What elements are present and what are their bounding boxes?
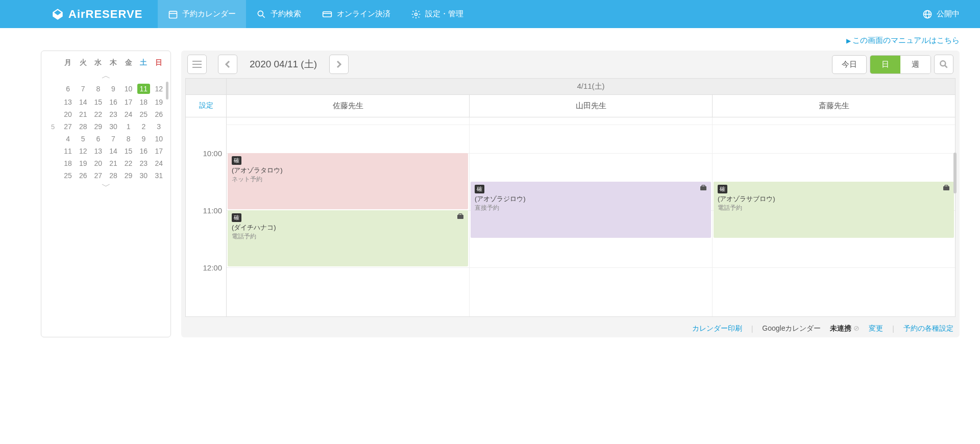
globe-icon: [922, 9, 933, 19]
mini-cal-day[interactable]: 29: [121, 169, 136, 182]
nav-settings[interactable]: 設定・管理: [401, 0, 474, 28]
mini-cal-day[interactable]: 10: [121, 82, 136, 96]
view-day-button[interactable]: 日: [870, 56, 900, 73]
search-button[interactable]: [934, 55, 953, 74]
gcal-unlinked: 未連携: [830, 324, 851, 332]
mini-cal-day[interactable]: 4: [60, 133, 76, 145]
mini-cal-day[interactable]: 24: [121, 108, 136, 120]
today-button[interactable]: 今日: [832, 55, 867, 74]
mini-calendar: 月 火 水 木 金 土 日 ︿ 678910111213141516171819…: [41, 51, 171, 337]
mini-cal-day[interactable]: 15: [121, 145, 136, 157]
grid-col[interactable]: 確(アオゾラジロウ)直接予約: [470, 117, 713, 316]
mini-cal-day[interactable]: 11: [60, 145, 76, 157]
mini-cal-scrollbar[interactable]: [166, 82, 168, 100]
mini-cal-day[interactable]: 31: [151, 169, 166, 182]
appointment[interactable]: 確(アオゾラジロウ)直接予約: [471, 182, 711, 238]
mini-cal-day[interactable]: 19: [76, 157, 91, 169]
mini-cal-day[interactable]: 27: [60, 120, 76, 133]
mini-cal-day[interactable]: 3: [151, 120, 166, 133]
grid-col[interactable]: 確(アオゾラタロウ)ネット予約確(ダイチハナコ)電話予約: [227, 117, 470, 316]
mini-cal-day[interactable]: 14: [106, 145, 121, 157]
chevron-right-icon: [336, 60, 342, 68]
mini-cal-day[interactable]: 25: [136, 108, 151, 120]
mini-cal-day[interactable]: 8: [121, 133, 136, 145]
mini-cal-day[interactable]: 5: [76, 133, 91, 145]
mini-cal-day[interactable]: 26: [151, 108, 166, 120]
mini-cal-day[interactable]: 16: [136, 145, 151, 157]
logo[interactable]: AirRESERVE: [0, 8, 158, 21]
mini-cal-day[interactable]: 25: [60, 169, 76, 182]
mini-cal-day[interactable]: 17: [121, 96, 136, 108]
mini-cal-day[interactable]: 23: [136, 157, 151, 169]
nav-search[interactable]: 予約検索: [246, 0, 311, 28]
mini-cal-day[interactable]: 9: [136, 133, 151, 145]
view-week-button[interactable]: 週: [900, 56, 930, 73]
mini-cal-day[interactable]: 8: [91, 82, 106, 96]
mini-cal-day[interactable]: 22: [91, 108, 106, 120]
mini-cal-day[interactable]: 28: [76, 120, 91, 133]
mini-cal-day[interactable]: 20: [60, 108, 76, 120]
mini-cal-day[interactable]: 24: [151, 157, 166, 169]
mini-cal-day[interactable]: 23: [106, 108, 121, 120]
mini-cal-day[interactable]: 28: [106, 169, 121, 182]
print-link[interactable]: カレンダー印刷: [692, 324, 742, 333]
mini-cal-day[interactable]: 13: [91, 145, 106, 157]
resource-col-0: 佐藤先生: [227, 95, 470, 117]
mini-cal-day[interactable]: 18: [60, 157, 76, 169]
mini-cal-day[interactable]: 7: [106, 133, 121, 145]
mini-cal-day[interactable]: 11: [136, 82, 151, 96]
nav-calendar[interactable]: 予約カレンダー: [158, 0, 246, 28]
mini-cal-day[interactable]: 30: [106, 120, 121, 133]
mini-cal-day[interactable]: 22: [121, 157, 136, 169]
mini-cal-day[interactable]: 14: [76, 96, 91, 108]
mini-cal-prev[interactable]: ︿: [102, 70, 111, 81]
appointment[interactable]: 確(アオゾラサブロウ)電話予約: [714, 182, 954, 238]
mini-cal-day[interactable]: 9: [106, 82, 121, 96]
panel-scrollbar[interactable]: [953, 153, 957, 193]
mini-cal-day[interactable]: 12: [151, 82, 166, 96]
mini-cal-day[interactable]: 2: [136, 120, 151, 133]
mini-cal-day[interactable]: 6: [60, 82, 76, 96]
mini-cal-day[interactable]: 21: [106, 157, 121, 169]
mini-cal-next[interactable]: ﹀: [102, 181, 111, 191]
appointment-name: (アオゾラサブロウ): [718, 194, 950, 204]
mini-cal-day[interactable]: 21: [76, 108, 91, 120]
mini-cal-day[interactable]: 7: [76, 82, 91, 96]
mini-cal-day[interactable]: 13: [60, 96, 76, 108]
publish-status[interactable]: 公開中: [922, 9, 980, 19]
appointment[interactable]: 確(アオゾラタロウ)ネット予約: [228, 153, 468, 209]
time-label-12: 12:00: [203, 263, 222, 272]
manual-link[interactable]: この画面のマニュアルはこちら: [846, 36, 960, 44]
publish-status-label: 公開中: [937, 9, 960, 19]
menu-button[interactable]: [187, 55, 207, 74]
gcal-change-link[interactable]: 変更: [869, 324, 883, 333]
mini-cal-day[interactable]: 18: [136, 96, 151, 108]
content: 月 火 水 木 金 土 日 ︿ 678910111213141516171819…: [0, 51, 980, 337]
status-badge: 確: [232, 156, 241, 165]
mini-cal-day[interactable]: 10: [151, 133, 166, 145]
mini-cal-day[interactable]: 20: [91, 157, 106, 169]
mini-cal-day[interactable]: 15: [91, 96, 106, 108]
mini-cal-day[interactable]: 6: [91, 133, 106, 145]
grid-col[interactable]: 確(アオゾラサブロウ)電話予約: [713, 117, 955, 316]
mini-cal-day[interactable]: 19: [151, 96, 166, 108]
schedule-settings-link[interactable]: 設定: [186, 95, 227, 117]
mini-cal-day[interactable]: 29: [91, 120, 106, 133]
mini-cal-day[interactable]: 26: [76, 169, 91, 182]
logo-text: AirRESERVE: [68, 8, 142, 21]
mini-cal-day[interactable]: 12: [76, 145, 91, 157]
appointment-source: 電話予約: [718, 204, 742, 211]
mini-cal-day[interactable]: 1: [121, 120, 136, 133]
mini-cal-day[interactable]: 16: [106, 96, 121, 108]
mini-cal-day[interactable]: 17: [151, 145, 166, 157]
reservation-settings-link[interactable]: 予約の各種設定: [903, 324, 953, 333]
prev-day-button[interactable]: [218, 55, 237, 74]
mini-cal-day[interactable]: 27: [91, 169, 106, 182]
mini-cal-day[interactable]: 30: [136, 169, 151, 182]
next-day-button[interactable]: [329, 55, 349, 74]
appointment[interactable]: 確(ダイチハナコ)電話予約: [228, 210, 468, 266]
resource-col-2: 斎藤先生: [713, 95, 955, 117]
nav-payment[interactable]: オンライン決済: [311, 0, 401, 28]
svg-rect-4: [323, 12, 332, 17]
dow-thu: 木: [106, 56, 121, 69]
